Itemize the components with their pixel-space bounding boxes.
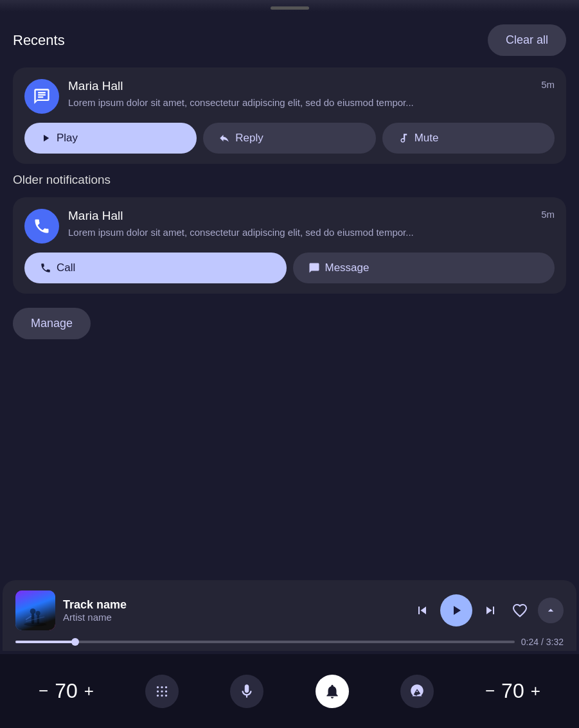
progress-bar-fill bbox=[15, 641, 75, 643]
svg-point-4 bbox=[36, 610, 40, 615]
keypad-button[interactable] bbox=[145, 675, 179, 708]
call-button[interactable]: Call bbox=[24, 253, 287, 283]
svg-point-8 bbox=[161, 686, 163, 688]
notif-actions: Play Reply Mute bbox=[24, 123, 555, 154]
silhouette-icon bbox=[21, 604, 49, 628]
svg-point-11 bbox=[161, 690, 163, 692]
progress-bar-bg[interactable] bbox=[15, 641, 515, 643]
svg-point-2 bbox=[30, 608, 36, 614]
mute-button[interactable]: Mute bbox=[382, 123, 555, 154]
avatar bbox=[24, 79, 59, 114]
main-panel: Recents Clear all Maria Hall Lorem ipsum… bbox=[0, 12, 579, 339]
svg-point-14 bbox=[161, 694, 163, 696]
notif-time: 5m bbox=[541, 79, 555, 90]
notif-time-older: 5m bbox=[541, 209, 555, 220]
vol-left-minus[interactable]: − bbox=[39, 681, 48, 701]
expand-icon bbox=[544, 604, 557, 617]
message-button[interactable]: Message bbox=[293, 253, 555, 283]
play-button[interactable]: Play bbox=[24, 123, 197, 154]
notif-content: Maria Hall Lorem ipsum dolor sit amet, c… bbox=[68, 79, 527, 109]
call-icon bbox=[40, 262, 51, 274]
svg-rect-1 bbox=[31, 614, 34, 624]
track-info: Track name Artist name bbox=[63, 598, 403, 623]
heart-icon bbox=[512, 603, 528, 618]
vol-left-plus[interactable]: + bbox=[84, 681, 94, 701]
mic-button[interactable] bbox=[230, 675, 263, 708]
track-name: Track name bbox=[63, 598, 403, 612]
bottom-bar: − 70 + − 7 bbox=[0, 654, 579, 728]
progress-bar-container[interactable]: 0:24 / 3:32 bbox=[15, 637, 564, 647]
chat-icon bbox=[308, 262, 320, 274]
svg-point-10 bbox=[157, 690, 159, 692]
older-section-label: Older notifications bbox=[13, 173, 566, 187]
mic-icon bbox=[238, 683, 255, 700]
recents-title: Recents bbox=[13, 32, 65, 49]
player-main: Track name Artist name bbox=[15, 590, 564, 630]
album-art-inner bbox=[15, 590, 55, 630]
vol-right-minus[interactable]: − bbox=[485, 681, 495, 701]
notif-content-older: Maria Hall Lorem ipsum dolor sit amet, c… bbox=[68, 209, 527, 239]
player-controls bbox=[411, 594, 564, 626]
progress-time: 0:24 / 3:32 bbox=[521, 637, 564, 647]
svg-point-13 bbox=[157, 694, 159, 696]
svg-rect-3 bbox=[37, 615, 40, 624]
svg-point-7 bbox=[157, 686, 159, 688]
play-pause-icon bbox=[449, 603, 464, 618]
vol-right-plus[interactable]: + bbox=[531, 681, 540, 701]
bell-button[interactable] bbox=[316, 675, 349, 708]
notif-text: Lorem ipsum dolor sit amet, consectetur … bbox=[68, 96, 527, 109]
sender-name-older: Maria Hall bbox=[68, 209, 527, 223]
reply-button[interactable]: Reply bbox=[203, 123, 375, 154]
svg-point-15 bbox=[165, 694, 167, 696]
phone-icon bbox=[33, 217, 51, 235]
svg-point-12 bbox=[165, 690, 167, 692]
progress-dot bbox=[71, 638, 79, 646]
mute-icon bbox=[398, 132, 409, 144]
clear-all-button[interactable]: Clear all bbox=[488, 24, 566, 56]
artist-name: Artist name bbox=[63, 612, 403, 623]
avatar-call bbox=[24, 209, 59, 244]
manage-button[interactable]: Manage bbox=[13, 308, 91, 339]
svg-point-0 bbox=[24, 623, 47, 626]
skip-next-button[interactable] bbox=[479, 599, 502, 622]
bell-icon bbox=[324, 683, 341, 700]
skip-prev-icon bbox=[414, 603, 430, 618]
notif-top-older: Maria Hall Lorem ipsum dolor sit amet, c… bbox=[24, 209, 555, 244]
album-art bbox=[15, 590, 55, 630]
skip-prev-button[interactable] bbox=[411, 599, 434, 622]
notif-text-older: Lorem ipsum dolor sit amet, consectetur … bbox=[68, 226, 527, 239]
message-icon bbox=[33, 87, 51, 105]
recents-header: Recents Clear all bbox=[13, 24, 566, 56]
vol-right-control: − 70 + bbox=[485, 679, 540, 703]
drag-handle bbox=[271, 6, 309, 10]
music-player: Track name Artist name bbox=[3, 580, 576, 651]
svg-line-5 bbox=[26, 616, 32, 619]
vol-left-value: 70 bbox=[55, 679, 78, 703]
heart-button[interactable] bbox=[508, 599, 531, 622]
notification-card-older: Maria Hall Lorem ipsum dolor sit amet, c… bbox=[13, 197, 566, 294]
fan-button[interactable] bbox=[400, 675, 434, 708]
keypad-icon bbox=[154, 683, 170, 700]
notif-top: Maria Hall Lorem ipsum dolor sit amet, c… bbox=[24, 79, 555, 114]
notification-card-recent: Maria Hall Lorem ipsum dolor sit amet, c… bbox=[13, 67, 566, 164]
svg-point-9 bbox=[165, 686, 167, 688]
expand-button[interactable] bbox=[538, 598, 564, 623]
play-pause-button[interactable] bbox=[440, 594, 472, 626]
vol-left-control: − 70 + bbox=[39, 679, 94, 703]
notif-actions-older: Call Message bbox=[24, 253, 555, 283]
vol-right-value: 70 bbox=[501, 679, 524, 703]
top-bar bbox=[0, 0, 579, 12]
play-icon bbox=[40, 132, 51, 144]
fan-icon bbox=[409, 683, 425, 700]
reply-icon bbox=[218, 132, 230, 144]
sender-name: Maria Hall bbox=[68, 79, 527, 93]
skip-next-icon bbox=[483, 603, 498, 618]
